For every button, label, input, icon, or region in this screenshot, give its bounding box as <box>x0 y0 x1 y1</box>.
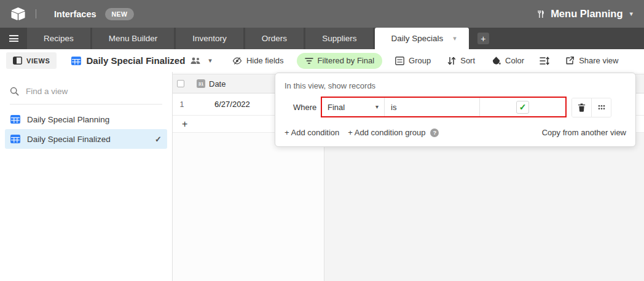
cutlery-icon <box>536 10 545 18</box>
drag-handle-icon <box>598 105 605 110</box>
hamburger-icon <box>9 34 18 44</box>
main-area: Daily Special Planning <box>0 72 644 281</box>
views-sidebar: Daily Special Planning <box>0 72 173 281</box>
check-icon: ✓ <box>155 135 162 144</box>
filter-field-value: Final <box>328 103 345 112</box>
trash-icon <box>577 103 586 113</box>
filter-label: Filtered by Final <box>318 56 374 65</box>
filter-value-checkbox[interactable]: ✓ <box>516 101 529 114</box>
collaborators-icon[interactable] <box>190 57 201 65</box>
app-name: Menu Planning <box>551 8 622 20</box>
help-icon[interactable]: ? <box>430 129 439 137</box>
sort-icon <box>447 57 456 65</box>
sidebar-view-daily-special-finalized[interactable]: Daily Special Finalized ✓ <box>5 129 167 149</box>
color-button[interactable]: Color <box>492 56 524 65</box>
interfaces-link[interactable]: Interfaces <box>54 9 96 19</box>
filter-button[interactable]: Filtered by Final <box>297 53 382 69</box>
row-number: 1 <box>175 100 189 109</box>
search-icon <box>10 87 19 96</box>
hide-fields-button[interactable]: Hide fields <box>232 56 284 66</box>
share-icon <box>565 56 575 65</box>
tab-recipes[interactable]: Recipes <box>27 28 90 49</box>
plus-icon: + <box>481 34 485 44</box>
where-label: Where <box>293 103 321 112</box>
sidebar-toggle-icon <box>13 57 22 65</box>
add-condition-button[interactable]: + Add condition <box>285 128 339 137</box>
grid-view-icon <box>10 135 20 143</box>
views-toggle-button[interactable]: VIEWS <box>6 52 57 69</box>
date-field-icon: 31 <box>197 79 205 88</box>
share-view-button[interactable]: Share view <box>565 56 618 65</box>
condition-actions <box>571 98 611 117</box>
filter-panel-title: In this view, show records <box>285 81 626 90</box>
column-header-date[interactable]: Date <box>209 79 226 89</box>
check-icon: ✓ <box>519 103 527 111</box>
view-list: Daily Special Planning <box>0 109 172 149</box>
grid-view-icon <box>10 115 20 124</box>
select-all-checkbox[interactable] <box>177 80 184 87</box>
filter-operator-value: is <box>391 103 396 112</box>
view-toolbar: VIEWS Daily Special Finalized <box>0 49 644 72</box>
add-tab-button[interactable]: + <box>477 33 489 44</box>
new-badge: NEW <box>105 8 135 20</box>
sort-label: Sort <box>460 56 475 65</box>
topbar: Interfaces NEW Menu Planning ▾ <box>0 0 644 28</box>
group-button[interactable]: Group <box>395 56 431 65</box>
grid-empty-area <box>324 133 644 281</box>
topbar-divider <box>36 9 36 18</box>
filter-panel-footer: + Add condition + Add condition group ? … <box>285 128 626 137</box>
view-title[interactable]: Daily Special Finalized ▾ <box>71 55 211 66</box>
views-label: VIEWS <box>26 57 50 65</box>
app-switcher-caret-icon: ▾ <box>629 10 633 17</box>
tab-orders[interactable]: Orders <box>245 28 304 49</box>
view-name: Daily Special Finalized <box>86 55 185 66</box>
tab-menu-builder[interactable]: Menu Builder <box>92 28 175 49</box>
app-switcher[interactable]: Menu Planning ▾ <box>536 8 633 20</box>
tab-caret-icon[interactable]: ▾ <box>453 35 457 42</box>
airtable-app: Interfaces NEW Menu Planning ▾ Recip <box>0 0 644 281</box>
interface-tabbar: Recipes Menu Builder Inventory Orders Su… <box>0 28 644 49</box>
filter-condition-row: Where Final ▾ is ✓ <box>285 97 626 117</box>
filter-field-select[interactable]: Final ▾ <box>322 98 385 116</box>
view-search-row <box>10 87 162 105</box>
filter-icon <box>305 57 313 65</box>
filter-panel: In this view, show records Where Final ▾… <box>275 73 636 147</box>
filter-operator-select[interactable]: is <box>385 98 480 116</box>
sort-button[interactable]: Sort <box>447 56 475 65</box>
tab-suppliers[interactable]: Suppliers <box>305 28 373 49</box>
field-select-caret-icon: ▾ <box>375 104 379 110</box>
row-height-icon <box>540 57 549 65</box>
group-icon <box>395 57 404 65</box>
group-label: Group <box>409 56 431 65</box>
sidebar-view-daily-special-planning[interactable]: Daily Special Planning <box>5 109 167 129</box>
add-condition-group-button[interactable]: + Add condition group <box>348 128 425 137</box>
tab-daily-specials-label: Daily Specials <box>391 34 443 43</box>
plus-icon: + <box>182 119 187 129</box>
condition-annotation-box: Final ▾ is ✓ <box>321 97 567 117</box>
hamburger-menu-button[interactable] <box>0 28 27 49</box>
hide-fields-label: Hide fields <box>246 56 284 65</box>
delete-condition-button[interactable] <box>572 98 591 117</box>
hide-fields-icon <box>232 56 242 66</box>
share-view-label: Share view <box>579 56 618 65</box>
date-cell[interactable]: 6/27/2022 <box>214 100 250 109</box>
view-item-label: Daily Special Planning <box>27 115 109 124</box>
find-view-input[interactable] <box>26 87 149 96</box>
copy-from-another-view-button[interactable]: Copy from another view <box>542 128 626 137</box>
drag-condition-handle[interactable] <box>592 98 611 117</box>
row-height-button[interactable] <box>540 57 549 65</box>
tab-daily-specials-active[interactable]: Daily Specials ▾ <box>375 28 468 49</box>
color-label: Color <box>505 56 524 65</box>
tab-inventory[interactable]: Inventory <box>176 28 243 49</box>
airtable-logo-icon[interactable] <box>11 7 25 20</box>
view-caret-icon[interactable]: ▾ <box>208 57 212 64</box>
color-icon <box>492 56 501 65</box>
grid-content: 31 Date 1 6/27/2022 + In this view, show… <box>173 72 644 281</box>
filter-value-cell: ✓ <box>480 98 565 116</box>
grid-view-icon <box>71 57 81 65</box>
view-item-label: Daily Special Finalized <box>27 135 111 144</box>
